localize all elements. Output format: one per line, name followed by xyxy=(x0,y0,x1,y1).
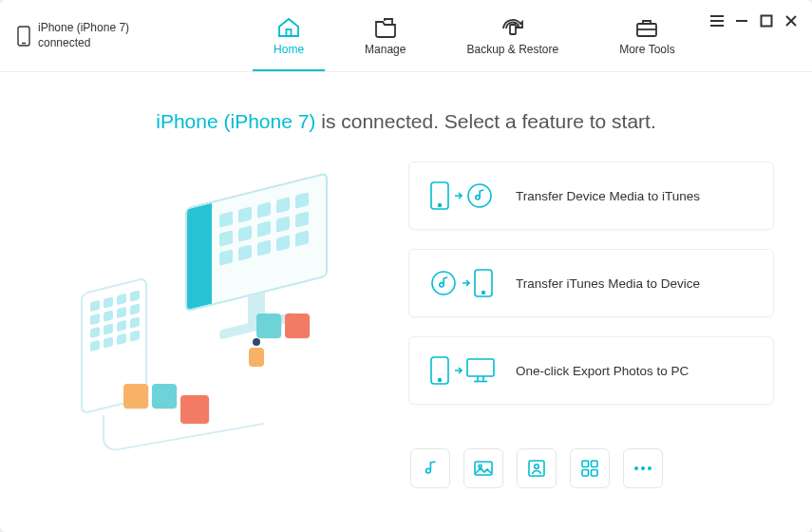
svg-point-28 xyxy=(535,465,539,469)
arrow-right-icon xyxy=(461,278,470,288)
menu-button[interactable] xyxy=(709,13,725,28)
svg-point-20 xyxy=(439,379,442,382)
picture-icon xyxy=(474,461,493,476)
tab-manage[interactable]: Manage xyxy=(351,0,419,71)
feature-list: Transfer Device Media to iTunes Transfer… xyxy=(408,162,774,488)
svg-point-33 xyxy=(634,466,638,470)
home-icon xyxy=(276,16,301,39)
svg-rect-2 xyxy=(287,29,292,36)
svg-point-26 xyxy=(479,465,482,467)
svg-rect-7 xyxy=(710,20,724,22)
feature-label: One-click Export Photos to PC xyxy=(516,364,689,378)
close-icon xyxy=(784,14,798,28)
feature-device-to-itunes[interactable]: Transfer Device Media to iTunes xyxy=(408,162,774,230)
svg-rect-8 xyxy=(710,25,724,27)
shortcut-contacts[interactable] xyxy=(517,448,557,488)
shortcut-pictures[interactable] xyxy=(463,448,503,488)
feature-itunes-to-device[interactable]: Transfer iTunes Media to Device xyxy=(408,249,774,317)
content: iPhone (iPhone 7) is connected. Select a… xyxy=(0,72,812,488)
svg-rect-29 xyxy=(582,461,589,467)
person-graphic xyxy=(243,338,270,374)
itunes-to-device-icon xyxy=(430,269,495,297)
svg-rect-30 xyxy=(592,461,598,467)
tabs: Home Manage Backup & Restore More Tools xyxy=(260,0,689,71)
svg-rect-6 xyxy=(710,15,724,17)
svg-point-34 xyxy=(641,466,645,470)
music-icon xyxy=(422,460,439,477)
maximize-icon xyxy=(760,14,773,28)
svg-rect-25 xyxy=(475,462,492,475)
shortcut-apps[interactable] xyxy=(570,448,610,488)
tab-backup-label: Backup & Restore xyxy=(466,43,558,56)
tab-home[interactable]: Home xyxy=(260,0,317,71)
minimize-button[interactable] xyxy=(734,13,749,28)
phone-icon xyxy=(17,26,30,47)
backup-icon xyxy=(499,16,527,39)
feature-label: Transfer iTunes Media to Device xyxy=(516,276,700,291)
svg-rect-10 xyxy=(762,16,772,27)
device-to-itunes-icon xyxy=(430,181,495,210)
tab-tools-label: More Tools xyxy=(619,43,674,56)
box-graphic xyxy=(180,395,209,424)
toolbox-icon xyxy=(634,16,659,39)
svg-rect-31 xyxy=(582,470,589,477)
device-name: iPhone (iPhone 7) xyxy=(38,21,129,36)
window-controls xyxy=(709,13,799,28)
apps-icon xyxy=(581,460,598,477)
box-graphic xyxy=(123,384,177,408)
tab-backup[interactable]: Backup & Restore xyxy=(453,0,572,71)
minimize-icon xyxy=(735,14,748,28)
device-status-text: connected xyxy=(38,36,129,51)
svg-rect-32 xyxy=(592,470,598,477)
person-icon xyxy=(528,460,545,477)
close-button[interactable] xyxy=(784,13,799,28)
monitor-graphic xyxy=(185,190,328,331)
svg-point-35 xyxy=(648,466,651,470)
more-icon xyxy=(633,466,652,471)
tab-home-label: Home xyxy=(274,43,304,56)
shortcut-more[interactable] xyxy=(623,448,663,488)
illustration xyxy=(57,162,380,437)
device-status: iPhone (iPhone 7) connected xyxy=(0,21,146,50)
topbar: iPhone (iPhone 7) connected Home Manage … xyxy=(0,0,812,72)
arrow-right-icon xyxy=(453,366,463,375)
headline-text: is connected. Select a feature to start. xyxy=(321,110,656,132)
svg-rect-3 xyxy=(510,25,516,34)
feature-label: Transfer Device Media to iTunes xyxy=(516,189,700,203)
menu-icon xyxy=(710,14,724,28)
headline-device: iPhone (iPhone 7) xyxy=(156,110,315,132)
main-area: Transfer Device Media to iTunes Transfer… xyxy=(38,162,774,488)
feature-export-photos[interactable]: One-click Export Photos to PC xyxy=(408,336,774,405)
shortcut-music[interactable] xyxy=(410,448,450,488)
tab-tools[interactable]: More Tools xyxy=(606,0,688,71)
app-window: iPhone (iPhone 7) connected Home Manage … xyxy=(0,0,812,532)
maximize-button[interactable] xyxy=(759,13,774,28)
export-photos-icon xyxy=(430,356,495,385)
tab-manage-label: Manage xyxy=(365,43,406,56)
svg-point-14 xyxy=(439,204,442,207)
box-graphic xyxy=(256,314,310,338)
svg-point-18 xyxy=(482,292,485,294)
svg-rect-21 xyxy=(467,359,494,376)
headline: iPhone (iPhone 7) is connected. Select a… xyxy=(38,110,774,133)
shortcut-row xyxy=(410,448,774,488)
folder-icon xyxy=(373,16,398,39)
arrow-right-icon xyxy=(453,191,463,200)
